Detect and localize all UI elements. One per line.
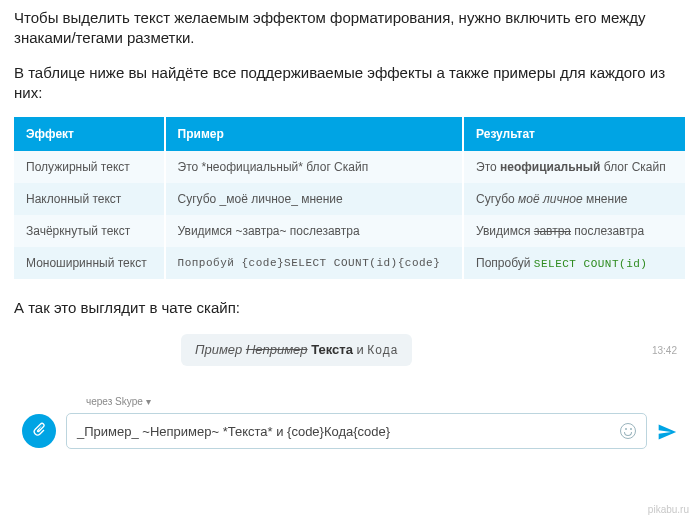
cell-example: Это *неофициальный* блог Скайп [165, 151, 463, 183]
message-input[interactable]: _Пример_ ~Непример~ *Текста* и {code}Код… [66, 413, 647, 449]
cell-example: Попробуй {code}SELECT COUNT(id){code} [165, 247, 463, 279]
message-time: 13:42 [652, 345, 683, 356]
paperclip-icon [31, 421, 47, 441]
send-icon [657, 428, 677, 445]
table-row: Зачёркнутый текст Увидимся ~завтра~ посл… [14, 215, 685, 247]
chat-preview-label: А так это выглядит в чате скайп: [14, 299, 685, 316]
chat-message-bubble: Пример Непример Текста и Кода [181, 334, 412, 366]
table-row: Наклонный текст Сугубо _моё личное_ мнен… [14, 183, 685, 215]
cell-effect: Моноширинный текст [14, 247, 165, 279]
cell-result: Увидимся завтра послезавтра [463, 215, 685, 247]
intro-paragraph-1: Чтобы выделить текст желаемым эффектом ф… [14, 8, 685, 49]
table-row: Моноширинный текст Попробуй {code}SELECT… [14, 247, 685, 279]
send-button[interactable] [657, 422, 677, 440]
via-skype-label[interactable]: через Skype ▾ [16, 396, 683, 407]
intro-paragraph-2: В таблице ниже вы найдёте все поддержива… [14, 63, 685, 104]
cell-effect: Зачёркнутый текст [14, 215, 165, 247]
cell-effect: Наклонный текст [14, 183, 165, 215]
cell-effect: Полужирный текст [14, 151, 165, 183]
table-row: Полужирный текст Это *неофициальный* бло… [14, 151, 685, 183]
watermark: pikabu.ru [648, 504, 689, 515]
message-input-text: _Пример_ ~Непример~ *Текста* и {code}Код… [77, 424, 390, 439]
chat-area: Пример Непример Текста и Кода 13:42 чере… [16, 334, 683, 449]
attach-button[interactable] [22, 414, 56, 448]
cell-result: Попробуй SELECT COUNT(id) [463, 247, 685, 279]
cell-example: Увидимся ~завтра~ послезавтра [165, 215, 463, 247]
th-example: Пример [165, 117, 463, 151]
emoji-icon[interactable] [620, 423, 636, 439]
cell-example: Сугубо _моё личное_ мнение [165, 183, 463, 215]
cell-result: Это неофициальный блог Скайп [463, 151, 685, 183]
th-effect: Эффект [14, 117, 165, 151]
th-result: Результат [463, 117, 685, 151]
formatting-table: Эффект Пример Результат Полужирный текст… [14, 117, 685, 279]
cell-result: Сугубо моё личное мнение [463, 183, 685, 215]
